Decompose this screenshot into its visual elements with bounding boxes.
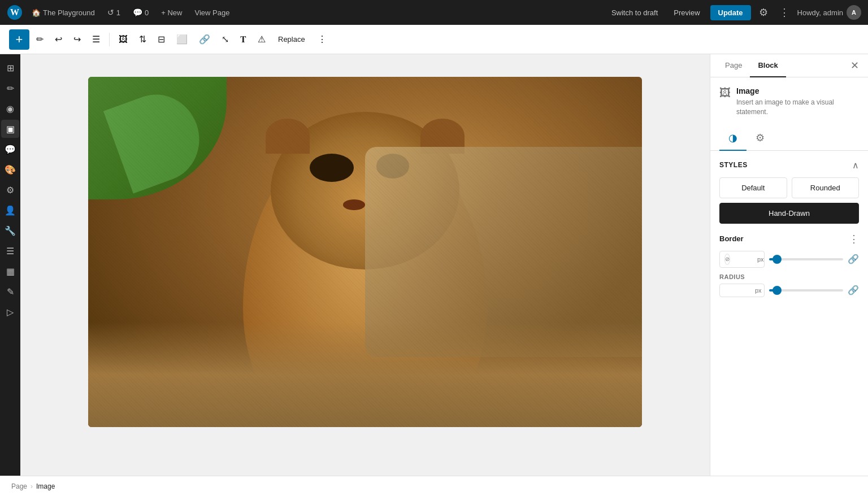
comments-link[interactable]: 💬 0 <box>129 6 152 19</box>
radius-slider[interactable] <box>769 289 843 291</box>
tools-button[interactable]: ✏ <box>32 31 48 48</box>
view-page-label: View Page <box>194 8 229 17</box>
full-width-icon: ⬜ <box>176 34 188 45</box>
style-hand-drawn-button[interactable]: Hand-Drawn <box>719 203 859 224</box>
arrows-updown-icon: ⇅ <box>139 34 146 45</box>
border-width-input-box: ⊘ px <box>719 251 765 268</box>
crop-icon: ⤡ <box>222 34 229 45</box>
meerkat-image[interactable] <box>88 77 642 427</box>
style-rounded-button[interactable]: Rounded <box>792 177 860 198</box>
sidebar-item-users[interactable]: 👤 <box>1 201 19 219</box>
pencil-icon: ✏ <box>36 34 44 45</box>
border-width-slider[interactable] <box>769 258 843 260</box>
panel-content: 🖼 Image Insert an image to make a visual… <box>710 77 868 476</box>
gear-icon: ⚙ <box>756 132 765 143</box>
move-up-down-button[interactable]: ⇅ <box>134 31 151 48</box>
tab-block[interactable]: Block <box>750 54 785 77</box>
sidebar-item-media[interactable]: ◉ <box>1 99 19 118</box>
panel-tabs: Page Block ✕ <box>710 54 868 77</box>
site-home-link[interactable]: 🏠 The Playground <box>28 6 98 19</box>
list-view-icon: ☰ <box>92 34 100 45</box>
settings-button[interactable]: ⚙ <box>756 4 771 21</box>
more-options-button[interactable]: ⋮ <box>776 4 793 21</box>
list-view-button[interactable]: ☰ <box>88 31 105 48</box>
radius-link-icon[interactable]: 🔗 <box>848 285 859 295</box>
top-bar-right: Switch to draft Preview Update ⚙ ⋮ Howdy… <box>606 4 861 21</box>
border-section: Border ⋮ ⊘ px 🔗 R <box>719 233 859 297</box>
radius-input[interactable] <box>724 286 753 294</box>
breadcrumb-current: Image <box>36 482 55 490</box>
sidebar-item-patterns[interactable]: ▦ <box>1 262 19 280</box>
warning-icon: ⚠ <box>258 34 266 45</box>
sidebar-item-dashboard[interactable]: ⊞ <box>1 59 19 77</box>
full-width-button[interactable]: ⬜ <box>172 31 192 48</box>
link-button[interactable]: 🔗 <box>194 31 215 48</box>
border-color-swatch[interactable]: ⊘ <box>724 254 730 265</box>
more-block-options-button[interactable]: ⋮ <box>313 31 331 48</box>
preview-button[interactable]: Preview <box>668 5 705 20</box>
new-link[interactable]: + New <box>158 6 185 19</box>
link-icon: 🔗 <box>199 34 210 45</box>
undo-button[interactable]: ↩ <box>50 31 67 48</box>
tab-styles-icon[interactable]: ◑ <box>719 126 747 151</box>
top-bar: W 🏠 The Playground ↺ 1 💬 0 + New View Pa… <box>0 0 868 25</box>
howdy-label: Howdy, admin A <box>797 5 861 20</box>
comment-icon: 💬 <box>133 8 142 17</box>
radius-unit: px <box>755 287 762 294</box>
image-block-icon: 🖼 <box>719 86 731 99</box>
new-label: + New <box>161 8 182 17</box>
sidebar-item-appearance[interactable]: 🎨 <box>1 160 19 179</box>
sidebar-item-comments[interactable]: 💬 <box>1 140 19 158</box>
revisions-icon: ↺ <box>107 8 114 17</box>
style-default-button[interactable]: Default <box>719 177 787 198</box>
crop-button[interactable]: ⤡ <box>217 31 233 48</box>
view-page-link[interactable]: View Page <box>191 6 233 19</box>
sidebar-item-tools[interactable]: 🔧 <box>1 221 19 240</box>
image-insert-button[interactable]: 🖼 <box>114 31 132 48</box>
styles-title: Styles <box>719 161 748 169</box>
breadcrumb-page[interactable]: Page <box>11 482 27 490</box>
border-link-icon[interactable]: 🔗 <box>848 254 859 264</box>
image-block[interactable] <box>88 77 642 427</box>
styles-section-header: Styles ∧ <box>719 160 859 171</box>
sidebar-item-plugins[interactable]: ⚙ <box>1 181 19 199</box>
text-overlay-icon: 𝐓 <box>240 34 246 45</box>
border-slider-row: 🔗 <box>769 254 859 264</box>
border-more-button[interactable]: ⋮ <box>849 233 859 245</box>
warning-button[interactable]: ⚠ <box>253 31 270 48</box>
border-header: Border ⋮ <box>719 233 859 245</box>
image-text-button[interactable]: 𝐓 <box>236 31 251 48</box>
howdy-text: Howdy, admin <box>797 8 843 17</box>
breadcrumb-bar: Page › Image <box>0 476 868 496</box>
top-bar-left: W 🏠 The Playground ↺ 1 💬 0 + New View Pa… <box>7 5 599 20</box>
redo-icon: ↪ <box>73 34 81 45</box>
styles-toggle-button[interactable]: ∧ <box>852 160 859 171</box>
tab-settings-icon[interactable]: ⚙ <box>747 126 774 151</box>
panel-close-button[interactable]: ✕ <box>848 54 861 77</box>
border-width-input[interactable] <box>732 255 755 263</box>
replace-button[interactable]: Replace <box>272 32 311 47</box>
redo-button[interactable]: ↪ <box>69 31 85 48</box>
revisions-link[interactable]: ↺ 1 <box>104 6 124 19</box>
revisions-count: 1 <box>116 8 120 17</box>
radius-slider-row: 🔗 <box>769 285 859 295</box>
tab-page[interactable]: Page <box>717 54 750 77</box>
left-sidebar: ⊞ ✏ ◉ ▣ 💬 🎨 ⚙ 👤 🔧 ☰ ▦ ✎ ▷ <box>0 54 20 476</box>
border-width-row: ⊘ px 🔗 <box>719 251 859 268</box>
style-buttons-grid: Default Rounded Hand-Drawn <box>719 177 859 224</box>
sidebar-item-edit[interactable]: ✏ <box>1 79 19 97</box>
breadcrumb-separator: › <box>31 482 33 490</box>
sidebar-item-media2[interactable]: ✎ <box>1 282 19 301</box>
block-toolbar: + ✏ ↩ ↪ ☰ 🖼 ⇅ ⊟ ⬜ 🔗 ⤡ 𝐓 ⚠ Replace ⋮ <box>0 25 868 54</box>
sidebar-item-settings[interactable]: ☰ <box>1 242 19 260</box>
sidebar-item-play[interactable]: ▷ <box>1 303 19 321</box>
align-button[interactable]: ⊟ <box>153 31 170 48</box>
block-header: 🖼 Image Insert an image to make a visual… <box>719 86 859 117</box>
wp-logo[interactable]: W <box>7 5 23 20</box>
block-description: Insert an image to make a visual stateme… <box>736 98 859 117</box>
switch-to-draft-button[interactable]: Switch to draft <box>606 5 663 20</box>
update-button[interactable]: Update <box>710 5 751 20</box>
add-block-button[interactable]: + <box>9 29 29 50</box>
sidebar-item-pages[interactable]: ▣ <box>1 120 19 138</box>
more-vertical-icon: ⋮ <box>318 34 327 45</box>
